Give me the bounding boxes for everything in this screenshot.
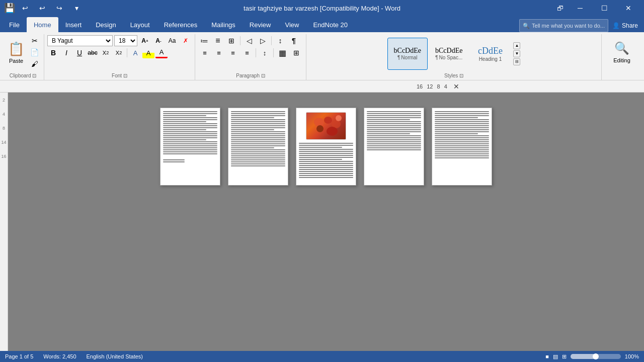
font-name-select[interactable]: B Yagut: [47, 35, 113, 46]
multilevel-button[interactable]: ⊞: [225, 35, 237, 46]
increase-indent-button[interactable]: ▷: [257, 35, 269, 46]
font-expand-icon[interactable]: ⊡: [123, 73, 127, 78]
pilcrow2-icon: ¶: [435, 55, 438, 60]
ribbon: 📋 Paste ✂ 📄 🖌 Clipboard ⊡ B Yagut 18 A: [0, 32, 644, 80]
style-no-spacing[interactable]: bCcDdEe ¶ No Spac...: [429, 38, 469, 70]
ruler-numbers: 16 12 8 4 ✕: [4, 82, 640, 90]
tell-me-search[interactable]: 🔍 Tell me what you want to do...: [519, 19, 608, 32]
zoom-level: 100%: [625, 353, 639, 359]
cut-button[interactable]: ✂: [28, 35, 41, 46]
clipboard-content: 📋 Paste ✂ 📄 🖌: [5, 35, 41, 72]
editing-label: Editing: [613, 57, 630, 63]
editing-group: 🔍 Editing: [602, 34, 642, 80]
align-center-button[interactable]: ≡: [212, 47, 225, 58]
style-normal-label: Normal: [401, 55, 417, 60]
tab-mailings[interactable]: Mailings: [204, 17, 243, 32]
page-info: Page 1 of 5: [5, 353, 33, 359]
web-layout-icon[interactable]: ⊞: [562, 353, 567, 360]
paste-button[interactable]: 📋 Paste: [5, 35, 27, 69]
shading-button[interactable]: ▦: [276, 47, 289, 58]
clipboard-expand-icon[interactable]: ⊡: [32, 73, 36, 78]
strikethrough-button[interactable]: abc: [87, 47, 99, 58]
superscript-button[interactable]: X2: [113, 47, 125, 58]
customize-quick-access-btn[interactable]: ▾: [69, 1, 84, 15]
styles-expand-icon[interactable]: ⊡: [459, 73, 463, 78]
page-3-content: [296, 108, 356, 181]
tab-insert[interactable]: Insert: [58, 17, 89, 32]
style-heading1[interactable]: cDdEe Heading 1: [470, 38, 510, 70]
sort-button[interactable]: ↕: [274, 35, 286, 46]
clipboard-group: 📋 Paste ✂ 📄 🖌 Clipboard ⊡: [2, 34, 44, 80]
italic-button[interactable]: I: [60, 47, 72, 58]
show-hide-button[interactable]: ¶: [288, 35, 300, 46]
tab-file[interactable]: File: [2, 17, 27, 32]
align-left-button[interactable]: ≡: [198, 47, 211, 58]
styles-scroll-down[interactable]: ▼: [513, 50, 520, 57]
styles-list: bCcDdEe ¶ Normal bCcDdEe ¶ No Spac...: [387, 38, 511, 70]
ruler-close-icon[interactable]: ✕: [453, 82, 459, 90]
tab-endnote[interactable]: EndNote 20: [306, 17, 355, 32]
copy-button[interactable]: 📄: [28, 47, 41, 57]
quick-save-btn[interactable]: ↩: [18, 1, 32, 15]
change-case-button[interactable]: Aa: [166, 35, 178, 46]
title-left-controls: 💾 ↩ ↩ ↪ ▾: [4, 1, 84, 15]
tab-view[interactable]: View: [278, 17, 306, 32]
redo-button[interactable]: ↪: [52, 1, 66, 15]
document-area[interactable]: [8, 93, 644, 352]
font-name-row: B Yagut 18 A+ A- Aa ✗: [47, 35, 192, 46]
editing-button[interactable]: 🔍 Editing: [608, 35, 635, 69]
subscript-button[interactable]: X2: [100, 47, 112, 58]
maximize-button[interactable]: ☐: [593, 0, 616, 16]
page-3-image: [306, 112, 346, 140]
style-normal[interactable]: bCcDdEe ¶ Normal: [387, 38, 428, 70]
left-ruler: 2 4 8 14 16: [0, 93, 8, 352]
title-bar: 💾 ↩ ↩ ↪ ▾ tasir taghziye bar varzesh [Co…: [0, 0, 644, 16]
undo-button[interactable]: ↩: [35, 1, 49, 15]
tab-design[interactable]: Design: [89, 17, 123, 32]
page-4: [364, 108, 424, 186]
text-highlight-button[interactable]: A: [142, 47, 154, 58]
page-1-content: [160, 108, 220, 165]
share-button[interactable]: 👤 Share: [612, 22, 638, 29]
close-button[interactable]: ✕: [617, 0, 640, 16]
page-1: [160, 108, 220, 186]
styles-expand[interactable]: ⊟: [513, 58, 520, 65]
word-count: Words: 2,450: [43, 353, 76, 359]
paste-icon: 📋: [8, 41, 24, 57]
paragraph-bottom-row: ≡ ≡ ≡ ≡ ↕ ▦ ⊞: [198, 47, 303, 58]
status-bar: Page 1 of 5 Words: 2,450 English (United…: [0, 351, 644, 362]
style-nospace-label: No Spac...: [439, 55, 463, 60]
font-color-button[interactable]: A: [155, 47, 168, 58]
align-right-button[interactable]: ≡: [226, 47, 239, 58]
borders-button[interactable]: ⊞: [290, 47, 303, 58]
bullets-button[interactable]: ≔: [198, 35, 210, 46]
styles-scrollbar: ▲ ▼ ⊟: [513, 42, 520, 65]
clear-formatting-button[interactable]: ✗: [180, 35, 192, 46]
numbering-button[interactable]: ≡: [212, 35, 224, 46]
font-shrink-button[interactable]: A-: [152, 35, 165, 46]
minimize-button[interactable]: ─: [569, 0, 592, 16]
line-spacing-button[interactable]: ↕: [258, 47, 271, 58]
text-effects-button[interactable]: A: [129, 47, 141, 58]
decrease-indent-button[interactable]: ◁: [243, 35, 255, 46]
print-layout-icon[interactable]: ■: [545, 353, 549, 359]
clipboard-label: Clipboard ⊡: [5, 72, 41, 79]
paragraph-expand-icon[interactable]: ⊡: [261, 73, 265, 78]
tab-review[interactable]: Review: [243, 17, 278, 32]
font-size-select[interactable]: 18: [114, 35, 137, 46]
read-mode-icon[interactable]: ▤: [553, 353, 558, 360]
bold-button[interactable]: B: [47, 47, 59, 58]
styles-scroll-up[interactable]: ▲: [513, 42, 520, 49]
view-controls: ■ ▤ ⊞ 100%: [545, 353, 639, 360]
ribbon-tab-bar: File Home Insert Design Layout Reference…: [0, 16, 644, 32]
zoom-slider[interactable]: [571, 354, 621, 359]
tab-references[interactable]: References: [157, 17, 204, 32]
underline-button[interactable]: U: [73, 47, 86, 58]
restore-window-icon[interactable]: 🗗: [557, 5, 564, 12]
style-normal-preview: bCcDdEe: [394, 47, 421, 55]
format-painter-button[interactable]: 🖌: [28, 59, 41, 69]
font-grow-button[interactable]: A+: [139, 35, 151, 46]
tab-home[interactable]: Home: [27, 17, 58, 32]
justify-button[interactable]: ≡: [240, 47, 254, 58]
tab-layout[interactable]: Layout: [123, 17, 157, 32]
